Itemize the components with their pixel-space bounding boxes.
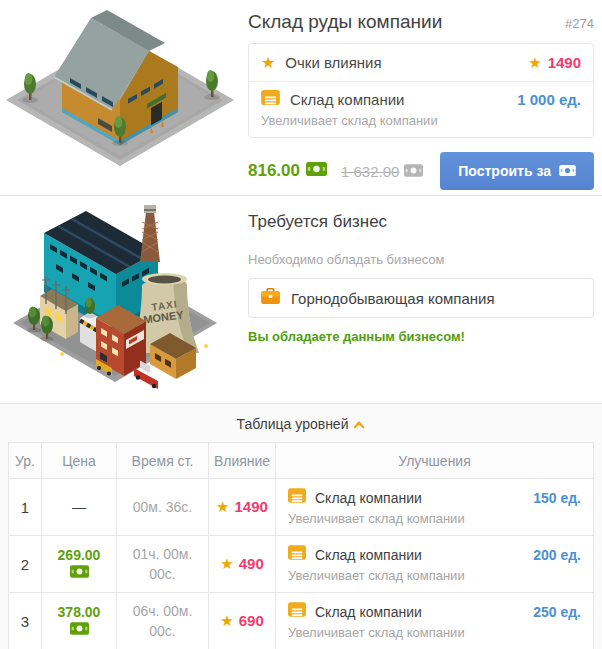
influence-cell: ★490 [209,536,276,593]
levels-table-title: Таблица уровней [237,416,349,432]
warehouse-door-icon [261,90,280,109]
star-icon: ★ [528,55,541,70]
levels-table: Ур. Цена Время ст. Влияние Улучшения 1 —… [8,442,594,649]
table-row: 3 378.00 06ч. 00м. 00с. ★690 Склад компа… [9,593,594,649]
factory-image: TAXI MONEY [0,196,240,403]
upgrade-value: 150 ед. [533,490,581,506]
requirement-note: Необходимо обладать бизнесом [248,252,594,267]
influence-cell: ★690 [209,593,276,649]
old-price: 1 632.00 [341,163,423,180]
star-icon: ★ [220,612,233,629]
banknote-icon [404,163,423,180]
price-value: 378.00 [42,604,116,620]
storage-description: Увеличивает склад компании [261,113,581,128]
upgrade-description: Увеличивает склад компании [288,625,581,640]
level-cell: 3 [9,593,42,649]
price-row: 816.00 1 632.00 Построить за [248,152,594,190]
table-header-row: Ур. Цена Время ст. Влияние Улучшения [9,443,594,479]
build-button[interactable]: Построить за [440,152,594,190]
levels-table-body: 1 — 00м. 36с. ★1490 Склад компании 150 е… [9,479,594,649]
title-row: Склад руды компании #274 [248,11,594,33]
upgrade-value: 250 ед. [533,604,581,620]
levels-table-toggle[interactable]: Таблица уровней [237,416,366,432]
upgrade-cell: Склад компании 200 ед. Увеличивает склад… [276,536,594,593]
banknote-icon [70,622,89,638]
levels-section: Таблица уровней Ур. Цена Время ст. Влиян… [0,404,602,649]
influence-value: 1490 [548,54,581,71]
section-title: Требуется бизнес [248,212,594,232]
level-cell: 2 [9,536,42,593]
warehouse-door-icon [288,488,306,507]
banknote-icon [70,565,89,581]
column-header-influence: Влияние [209,443,276,479]
briefcase-icon [261,288,280,308]
upgrade-name: Склад компании [315,547,422,563]
star-icon: ★ [220,555,233,572]
price-cell: 378.00 [42,593,117,649]
upgrade-name: Склад компании [315,490,422,506]
chevron-up-icon [353,416,365,432]
required-business-link[interactable]: Горнодобывающая компания [248,278,594,318]
required-business-section: TAXI MONEY [0,196,602,404]
column-header-level: Ур. [9,443,42,479]
page-title: Склад руды компании [248,11,442,33]
stats-box: ★ Очки влияния ★ 1490 Склад компании 1 0… [248,43,594,138]
storage-label: Склад компании [290,91,404,108]
building-header-section: Склад руды компании #274 ★ Очки влияния … [0,0,602,196]
price-cell: — [42,479,117,536]
upgrade-cell: Склад компании 150 ед. Увеличивает склад… [276,479,594,536]
price-cell: 269.00 [42,536,117,593]
upgrade-name: Склад компании [315,604,422,620]
column-header-price: Цена [42,443,117,479]
upgrade-description: Увеличивает склад компании [288,568,581,583]
influence-cell: ★1490 [209,479,276,536]
upgrade-description: Увеличивает склад компании [288,511,581,526]
banknote-icon [306,161,327,181]
table-row: 1 — 00м. 36с. ★1490 Склад компании 150 е… [9,479,594,536]
time-cell: 01ч. 00м. 00с. [117,536,209,593]
column-header-upgrades: Улучшения [276,443,594,479]
influence-value: 1490 [235,498,268,515]
influence-value: 490 [239,555,264,572]
level-cell: 1 [9,479,42,536]
star-icon: ★ [216,498,229,515]
storage-value: 1 000 ед. [517,91,581,108]
influence-value: 690 [239,612,264,629]
upgrade-cell: Склад компании 250 ед. Увеличивает склад… [276,593,594,649]
business-owned-message: Вы обладаете данным бизнесом! [248,329,594,344]
upgrade-value: 200 ед. [533,547,581,563]
banknote-icon [559,163,576,179]
storage-row: Склад компании 1 000 ед. Увеличивает скл… [249,82,593,137]
warehouse-door-icon [288,602,306,621]
table-row: 2 269.00 01ч. 00м. 00с. ★490 Склад компа… [9,536,594,593]
business-name: Горнодобывающая компания [291,290,495,307]
time-cell: 00м. 36с. [117,479,209,536]
influence-row: ★ Очки влияния ★ 1490 [249,44,593,82]
current-price: 816.00 [248,161,327,181]
building-number: #274 [565,16,594,31]
star-icon: ★ [261,55,275,71]
time-cell: 06ч. 00м. 00с. [117,593,209,649]
influence-label: Очки влияния [285,54,381,71]
warehouse-image [0,0,240,195]
warehouse-door-icon [288,545,306,564]
column-header-time: Время ст. [117,443,209,479]
price-value: 269.00 [42,547,116,563]
levels-table-title-row: Таблица уровней [0,404,602,442]
price-value: — [42,499,116,515]
